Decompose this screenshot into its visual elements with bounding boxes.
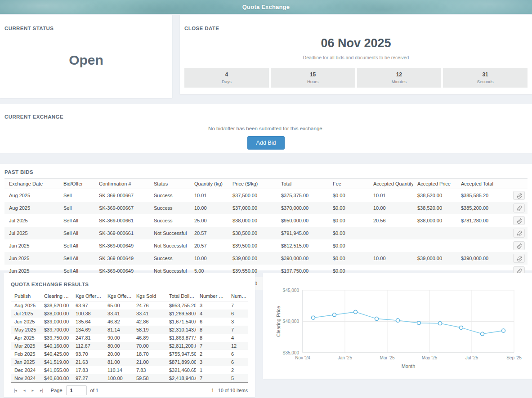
results-row: Nov 2024$40,600.0097.27100.0059.58$2,418… [11, 374, 248, 382]
results-cell: 18.70 [133, 350, 165, 358]
results-cell: 46.89 [133, 334, 165, 342]
countdown-box-days: 4Days [184, 68, 269, 88]
y-tick-label: $35,000 [283, 350, 300, 355]
pager-first-button[interactable]: |◂ [11, 386, 20, 395]
results-cell: 6 [228, 358, 248, 366]
results-label: QUOTA EXCHANGE RESULTS [11, 282, 248, 287]
past-bid-cell: SK-369-000661 [94, 214, 149, 227]
pager-items-info: 1 - 10 of 10 items [211, 388, 248, 393]
results-cell: 8 [196, 326, 228, 334]
pager-prev-button[interactable]: ◂ [20, 386, 29, 395]
past-bid-cell: $0.00 [328, 227, 369, 239]
past-bid-cell [369, 227, 413, 239]
past-bid-cell: $38,500.00 [228, 227, 277, 239]
results-cell: $40,160.00 [40, 342, 72, 350]
attachment-button[interactable] [513, 203, 525, 212]
attachment-cell [508, 202, 528, 214]
paperclip-icon [516, 243, 522, 249]
attachment-button[interactable] [513, 216, 525, 225]
clearing-price-line-chart: $35,000$40,000$45,000Nov '24Jan '25Mar '… [263, 273, 532, 379]
x-tick-label: May '25 [422, 355, 438, 360]
results-cell: 12 [228, 342, 248, 350]
attachment-button[interactable] [513, 241, 525, 250]
past-bids-col-header: Accepted Total [456, 179, 508, 189]
results-cell: $953,755.20 [165, 301, 196, 310]
results-cell: 20.00 [104, 350, 133, 358]
countdown-unit: Seconds [443, 79, 528, 84]
results-cell: $39,000.00 [40, 318, 72, 326]
data-point-marker [417, 321, 421, 325]
y-tick-label: $45,000 [283, 288, 300, 293]
past-bids-col-header [508, 179, 528, 189]
results-row: Jun 2025$39,000.00135.6446.8242.86$1,671… [11, 318, 248, 326]
results-cell: 7 [196, 342, 228, 350]
results-header-row: PublishClearing PriceKgs Offered...Kgs O… [11, 292, 248, 301]
results-cell: 59.58 [133, 374, 165, 382]
results-cell: Jul 2025 [11, 310, 40, 318]
results-cell: $39,750.00 [40, 334, 72, 342]
results-cell: $41,519.00 [40, 358, 72, 366]
attachment-button[interactable] [513, 254, 525, 263]
paperclip-icon [516, 230, 522, 236]
results-cell: $39,700.00 [40, 326, 72, 334]
past-bid-cell: $0.00 [328, 252, 369, 265]
past-bid-cell: $385,585.20 [456, 189, 508, 202]
past-bids-col-header: Bid/Offer [59, 179, 94, 189]
past-bid-cell [456, 227, 508, 239]
results-cell: $38,000.00 [40, 310, 72, 318]
past-bid-cell: 10.00 [369, 202, 413, 214]
past-bids-col-header: Fee [328, 179, 369, 189]
y-axis-title: Clearing Price [276, 306, 281, 337]
pager-last-button[interactable]: ▸| [37, 386, 46, 395]
results-col-header: Number Of ... [196, 292, 228, 301]
current-exchange-label: CURRENT EXCHANGE [4, 114, 528, 119]
past-bids-header-row: Exchange DateBid/OfferConfirmation #Stat… [4, 179, 528, 189]
results-cell: 4 [228, 334, 248, 342]
clearing-price-chart-card: $35,000$40,000$45,000Nov '24Jan '25Mar '… [263, 273, 532, 379]
add-bid-button[interactable]: Add Bid [247, 136, 285, 150]
past-bid-cell: SK-369-000661 [94, 227, 149, 239]
results-cell: 100.38 [72, 310, 104, 318]
results-cell: 63.97 [72, 301, 104, 310]
close-date-value: 06 Nov 2025 [184, 36, 528, 50]
results-cell: $1,671,540.00 [165, 318, 196, 326]
current-status-label: CURRENT STATUS [4, 26, 168, 31]
past-bid-row: Jun 2025Sell AllSK-369-000649Not Success… [4, 239, 528, 252]
attachment-button[interactable] [513, 191, 525, 200]
results-cell: Jan 2025 [11, 358, 40, 366]
results-cell: 42.86 [133, 318, 165, 326]
results-table: PublishClearing PriceKgs Offered...Kgs O… [11, 292, 248, 382]
results-cell: 2 [196, 350, 228, 358]
results-cell: 2 [228, 366, 248, 374]
past-bid-cell: SK-369-000667 [94, 189, 149, 202]
pager-next-button[interactable]: ▸ [28, 386, 37, 395]
results-cell: 58.19 [133, 326, 165, 334]
results-col-header: Publish [11, 292, 40, 301]
results-cell: $2,811,200.00 [165, 342, 196, 350]
past-bid-cell: 20.57 [190, 227, 228, 239]
past-bid-cell: $812,515.00 [277, 239, 328, 252]
results-cell: 24.76 [133, 301, 165, 310]
results-cell: 46.82 [104, 318, 133, 326]
past-bid-cell: $370,000.00 [277, 202, 328, 214]
past-bid-cell: Sell All [59, 227, 94, 239]
past-bid-cell: $791,945.00 [277, 227, 328, 239]
x-tick-label: Mar '25 [380, 355, 394, 360]
close-date-card: CLOSE DATE 06 Nov 2025 Deadline for all … [180, 15, 532, 94]
page-number-input[interactable] [66, 385, 87, 395]
results-cell: 81.00 [104, 358, 133, 366]
countdown-unit: Days [184, 79, 269, 84]
attachment-button[interactable] [513, 229, 525, 238]
results-cell: Jun 2025 [11, 318, 40, 326]
past-bid-cell: 20.56 [369, 214, 413, 227]
results-cell: 5 [228, 374, 248, 382]
past-bids-col-header: Accepted Quantity [369, 179, 413, 189]
past-bid-row: Aug 2025SellSK-369-000667Success10.00$37… [4, 202, 528, 214]
results-col-header: Clearing Price [40, 292, 72, 301]
past-bid-cell: Sell [59, 202, 94, 214]
results-row: Apr 2025$39,750.00247.8190.0046.89$1,863… [11, 334, 248, 342]
page-title: Quota Exchange [0, 0, 532, 14]
results-cell: Feb 2025 [11, 350, 40, 358]
past-bid-cell: $0.00 [328, 239, 369, 252]
results-cell: 3 [228, 318, 248, 326]
